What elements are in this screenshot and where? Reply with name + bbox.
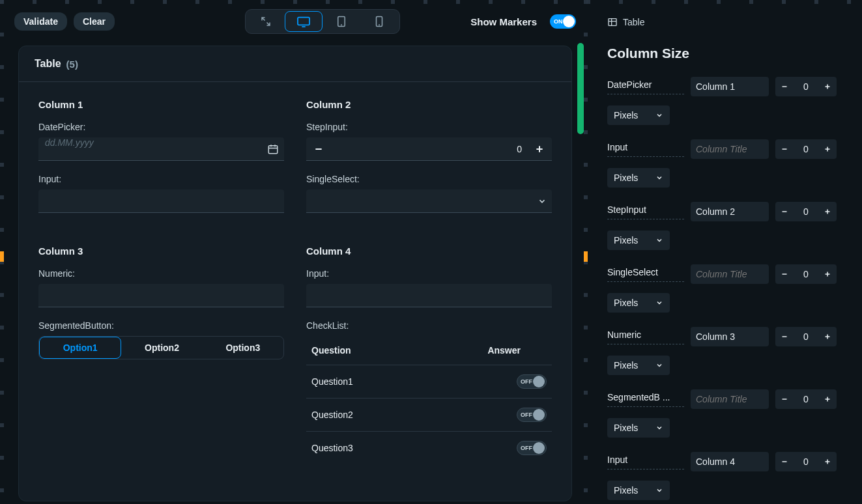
chevron-down-icon (655, 174, 663, 182)
unit-select[interactable]: Pixels (607, 105, 670, 125)
unit-select[interactable]: Pixels (607, 168, 670, 188)
text-input[interactable] (38, 189, 284, 213)
size-stepper[interactable]: 0 (775, 452, 837, 471)
field-label: DatePicker: (38, 122, 284, 132)
minus-button[interactable] (775, 77, 794, 96)
field-name[interactable]: DatePicker (607, 79, 684, 94)
column-title-input[interactable] (691, 202, 769, 221)
plus-button[interactable] (818, 77, 837, 96)
clear-button[interactable]: Clear (74, 12, 115, 31)
column-title-input[interactable] (691, 389, 769, 409)
size-stepper[interactable]: 0 (775, 327, 837, 346)
field-label: Numeric: (38, 268, 284, 279)
canvas-header: Table (5) (19, 46, 571, 82)
answer-toggle[interactable]: OFF (517, 408, 547, 422)
canvas-count: (5) (66, 59, 78, 70)
datepicker-input[interactable]: dd.MM.yyyy (38, 137, 284, 161)
field-name[interactable]: Numeric (607, 329, 684, 344)
column-title: Column 4 (306, 245, 552, 257)
plus-button[interactable] (527, 137, 552, 161)
text-input[interactable] (306, 284, 552, 307)
plus-button[interactable] (818, 139, 837, 159)
tablet-button[interactable] (323, 11, 360, 32)
size-value: 0 (794, 269, 818, 279)
field-name[interactable]: StepInput (607, 204, 684, 219)
checklist-question: Question1 (311, 376, 353, 387)
field-label: SingleSelect: (306, 174, 552, 184)
table-icon (607, 17, 618, 27)
minus-button[interactable] (775, 202, 794, 221)
single-select[interactable] (306, 189, 552, 213)
plus-button[interactable] (818, 327, 837, 346)
segment-option[interactable]: Option1 (39, 337, 121, 359)
column-title-input[interactable] (691, 139, 769, 159)
svg-point-2 (341, 25, 342, 25)
chevron-down-icon (655, 486, 663, 494)
field-label: Input: (38, 174, 284, 184)
resize-handle-right[interactable] (584, 251, 588, 262)
column-4: Column 4 Input: CheckList: Question Answ… (306, 245, 552, 477)
svg-rect-6 (609, 19, 616, 26)
unit-select[interactable]: Pixels (607, 231, 670, 250)
plus-button[interactable] (818, 202, 837, 221)
desktop-button[interactable] (285, 11, 323, 32)
column-title-input[interactable] (691, 327, 769, 346)
column-size-row: SegmentedB ...0 (607, 389, 846, 409)
minus-button[interactable] (775, 139, 794, 159)
size-stepper[interactable]: 0 (775, 264, 837, 284)
segment-option[interactable]: Option3 (203, 337, 283, 359)
step-input[interactable]: 0 (306, 137, 552, 161)
minus-button[interactable] (775, 327, 794, 346)
minus-button[interactable] (306, 137, 331, 161)
breadcrumb[interactable]: Table (607, 17, 846, 27)
unit-label: Pixels (614, 110, 638, 120)
checklist-question: Question2 (311, 410, 353, 420)
minus-button[interactable] (775, 264, 794, 284)
plus-button[interactable] (818, 389, 837, 409)
resize-handle-left[interactable] (0, 251, 4, 262)
column-3: Column 3 Numeric: SegmentedButton: Optio… (38, 245, 284, 477)
column-title-input[interactable] (691, 452, 769, 471)
numeric-input[interactable] (38, 284, 284, 307)
size-stepper[interactable]: 0 (775, 77, 837, 96)
unit-label: Pixels (614, 173, 638, 183)
segment-option[interactable]: Option2 (121, 337, 202, 359)
svg-point-4 (379, 25, 380, 25)
chevron-down-icon[interactable] (538, 197, 547, 206)
calendar-icon[interactable] (267, 143, 279, 155)
minus-button[interactable] (775, 389, 794, 409)
device-group (245, 9, 400, 34)
column-size-row: SingleSelect0 (607, 264, 846, 284)
answer-toggle[interactable]: OFF (517, 374, 547, 389)
field-name[interactable]: SingleSelect (607, 267, 684, 282)
column-title-input[interactable] (691, 264, 769, 284)
field-name[interactable]: Input (607, 455, 684, 469)
size-stepper[interactable]: 0 (775, 389, 837, 409)
size-stepper[interactable]: 0 (775, 139, 837, 159)
section-title: Column Size (607, 46, 846, 61)
checklist-head-q: Question (311, 345, 351, 356)
size-value: 0 (794, 81, 818, 92)
field-label: CheckList: (306, 320, 552, 331)
field-name[interactable]: Input (607, 142, 684, 157)
mobile-button[interactable] (360, 11, 398, 32)
field-name[interactable]: SegmentedB ... (607, 392, 684, 407)
validate-button[interactable]: Validate (14, 12, 67, 31)
size-stepper[interactable]: 0 (775, 202, 837, 221)
answer-toggle[interactable]: OFF (517, 441, 547, 455)
fullscreen-button[interactable] (247, 11, 285, 32)
size-value: 0 (794, 394, 818, 404)
show-markers-toggle[interactable]: ON (550, 14, 576, 29)
segmented-button[interactable]: Option1 Option2 Option3 (38, 336, 284, 359)
unit-select[interactable]: Pixels (607, 418, 670, 438)
column-size-row: DatePicker0 (607, 77, 846, 96)
scrollbar-thumb[interactable] (577, 43, 584, 134)
column-title-input[interactable] (691, 77, 769, 96)
minus-button[interactable] (775, 452, 794, 471)
svg-rect-5 (268, 146, 278, 154)
unit-select[interactable]: Pixels (607, 356, 670, 375)
plus-button[interactable] (818, 264, 837, 284)
unit-select[interactable]: Pixels (607, 293, 670, 313)
plus-button[interactable] (818, 452, 837, 471)
unit-select[interactable]: Pixels (607, 481, 670, 500)
